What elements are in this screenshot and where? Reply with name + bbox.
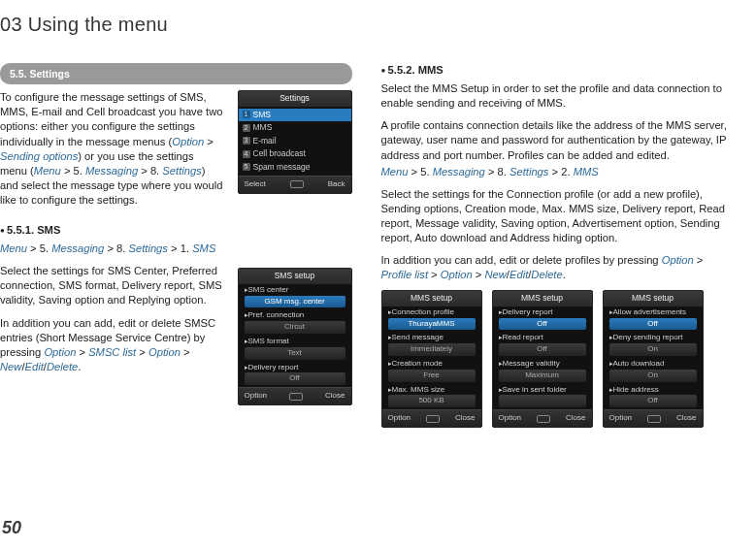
phone-screenshot-mms-3: MMS setup Allow advertisements Off Deny …	[603, 290, 704, 428]
mms-screenshots: MMS setup Connection profile ThurayaMMS …	[381, 290, 734, 428]
phone-screenshot-settings: Settings 1SMS 2MMS 3E-mail 4Cell broadca…	[238, 90, 352, 194]
phone-softkeys: Select Back	[239, 176, 351, 193]
link-sending-options: Sending options	[0, 150, 78, 162]
phone-screenshot-mms-1: MMS setup Connection profile ThurayaMMS …	[381, 290, 482, 428]
content-columns: 5.5. Settings To configure the message s…	[0, 63, 733, 428]
phone-softkeys: OptionClose	[239, 387, 351, 404]
right-column: 5.5.2. MMS Select the MMS Setup in order…	[381, 63, 734, 428]
mms-p3: Select the settings for the Connection p…	[381, 187, 734, 245]
list-item: 3E-mail	[239, 135, 351, 147]
phone-fields: SMS center GSM msg. center Pref. connect…	[239, 284, 351, 385]
list-item: 5Spam message	[239, 161, 351, 174]
softkey-right: Back	[328, 179, 345, 190]
sms-p1: Select the settings for SMS Center, Pref…	[0, 264, 223, 307]
phone-title: Settings	[239, 91, 351, 106]
page-number: 50	[2, 518, 21, 538]
mms-path: Menu > 5. Messaging > 8. Settings > 2. M…	[381, 165, 734, 179]
phone-screenshot-sms-setup: SMS setup SMS center GSM msg. center Pre…	[238, 268, 352, 405]
mms-p2: A profile contains connection details li…	[381, 118, 734, 162]
list-item: 1SMS	[239, 109, 351, 121]
list-item: 2MMS	[239, 121, 351, 134]
link-settings: Settings	[162, 165, 201, 177]
settings-bar: 5.5. Settings	[0, 63, 352, 84]
sms-heading: 5.5.1. SMS	[0, 223, 352, 238]
phone-screenshot-mms-2: MMS setup Delivery report Off Read repor…	[492, 290, 593, 428]
mms-heading: 5.5.2. MMS	[381, 63, 734, 78]
link-messaging: Messaging	[85, 165, 138, 177]
softkey-left: Select	[245, 179, 266, 190]
link-menu: Menu	[34, 165, 61, 177]
sms-p2: In addition you can add, edit or delete …	[0, 316, 223, 374]
softkey-center-icon	[290, 180, 304, 188]
intro-text: To configure the message settings of SMS…	[0, 90, 223, 208]
page-title: 03 Using the menu	[0, 14, 733, 36]
list-item: 4Cell broadcast	[239, 147, 351, 160]
phone-menu-list: 1SMS 2MMS 3E-mail 4Cell broadcast 5Spam …	[239, 107, 351, 176]
mms-p1: Select the MMS Setup in order to set the…	[381, 81, 734, 111]
phone-title: SMS setup	[239, 269, 351, 283]
intro-block: To configure the message settings of SMS…	[0, 90, 352, 208]
left-column: 5.5. Settings To configure the message s…	[0, 63, 352, 428]
link-option: Option	[172, 136, 204, 147]
sms-path: Menu > 5. Messaging > 8. Settings > 1. S…	[0, 242, 352, 256]
mms-p4: In addition you can add, edit or delete …	[381, 253, 734, 282]
sms-block: Select the settings for SMS Center, Pref…	[0, 264, 352, 374]
